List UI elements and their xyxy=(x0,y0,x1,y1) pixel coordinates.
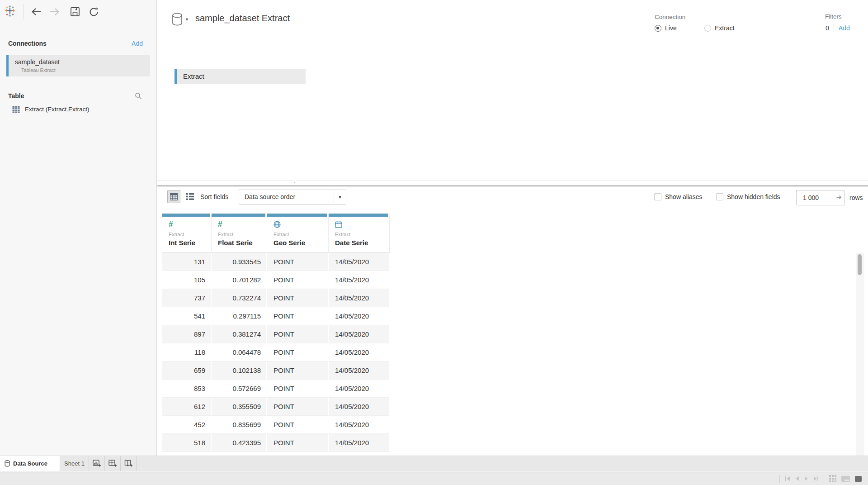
table-cell[interactable]: POINT xyxy=(267,398,329,416)
table-cell[interactable]: 14/05/2020 xyxy=(329,307,390,325)
table-row: 6590.102138POINT14/05/2020 xyxy=(162,361,390,380)
column-header-int-serie[interactable]: # Extract Int Serie xyxy=(162,214,212,253)
checkbox-icon[interactable] xyxy=(716,193,723,200)
vertical-scrollbar-track[interactable] xyxy=(856,253,864,456)
table-row: 1050.701282POINT14/05/2020 xyxy=(162,271,390,289)
filters-add-link[interactable]: Add xyxy=(839,24,850,32)
sheet-sorter-view-button[interactable] xyxy=(829,475,836,482)
first-sheet-button[interactable] xyxy=(785,476,790,481)
table-cell[interactable]: 541 xyxy=(162,307,212,325)
new-worksheet-button[interactable] xyxy=(89,456,105,471)
table-cell[interactable]: 118 xyxy=(162,343,212,361)
column-accent-strip xyxy=(267,214,327,217)
canvas-table-chip[interactable]: Extract xyxy=(175,69,306,84)
connection-item[interactable]: sample_dataset Tableau Extract xyxy=(6,55,150,76)
table-cell[interactable]: POINT xyxy=(267,361,329,380)
table-cell[interactable]: 518 xyxy=(162,434,212,452)
table-cell[interactable]: 14/05/2020 xyxy=(329,398,390,416)
table-cell[interactable]: 0.835699 xyxy=(212,416,267,434)
column-header-date-serie[interactable]: Extract Date Serie xyxy=(329,214,390,253)
refresh-button[interactable] xyxy=(87,5,100,18)
show-aliases-label: Show aliases xyxy=(665,193,703,200)
table-cell[interactable]: 0.355509 xyxy=(212,398,267,416)
tabs-view-button[interactable] xyxy=(855,476,862,482)
new-dashboard-button[interactable] xyxy=(105,456,121,471)
table-cell[interactable]: POINT xyxy=(267,343,329,361)
table-cell[interactable]: 612 xyxy=(162,398,212,416)
grid-view-button[interactable] xyxy=(167,190,180,203)
table-cell[interactable]: 0.064478 xyxy=(212,343,267,361)
new-dashboard-icon xyxy=(108,460,117,467)
table-cell[interactable]: 897 xyxy=(162,325,212,343)
radio-unselected-icon[interactable] xyxy=(704,25,711,32)
status-separator xyxy=(824,475,824,483)
table-cell[interactable]: POINT xyxy=(267,380,329,398)
dropdown-caret-box[interactable]: ▼ xyxy=(334,190,346,204)
table-cell[interactable]: 0.933545 xyxy=(212,253,267,271)
canvas-panel-divider[interactable] xyxy=(157,181,868,181)
table-cell[interactable]: POINT xyxy=(267,325,329,343)
table-cell[interactable]: 14/05/2020 xyxy=(329,325,390,343)
show-hidden-fields-checkbox[interactable]: Show hidden fields xyxy=(716,193,780,200)
table-cell[interactable]: POINT xyxy=(267,416,329,434)
table-cell[interactable]: 105 xyxy=(162,271,212,289)
table-header-row: # Extract Int Serie # Extract Float Seri… xyxy=(162,214,390,253)
tab-sheet1[interactable]: Sheet 1 xyxy=(60,456,89,471)
rows-apply-arrow-icon[interactable]: ➜ xyxy=(836,193,842,201)
table-cell[interactable]: 14/05/2020 xyxy=(329,253,390,271)
datasource-database-icon[interactable] xyxy=(171,13,183,28)
list-view-button[interactable] xyxy=(184,190,197,203)
datasource-menu-caret-icon[interactable]: ▼ xyxy=(185,17,189,22)
table-cell[interactable]: 659 xyxy=(162,361,212,380)
column-header-geo-serie[interactable]: Extract Geo Serie xyxy=(267,214,329,253)
table-cell[interactable]: POINT xyxy=(267,271,329,289)
table-body: 1310.933545POINT14/05/20201050.701282POI… xyxy=(162,253,390,456)
new-story-button[interactable] xyxy=(121,456,137,471)
table-cell[interactable]: 452 xyxy=(162,416,212,434)
table-cell[interactable]: 14/05/2020 xyxy=(329,289,390,307)
table-cell[interactable]: 0.701282 xyxy=(212,271,267,289)
table-cell[interactable]: 0.572669 xyxy=(212,380,267,398)
table-row: 8970.381274POINT14/05/2020 xyxy=(162,325,390,343)
sidebar-table-item[interactable]: Extract (Extract.Extract) xyxy=(0,105,156,116)
table-cell[interactable]: POINT xyxy=(267,307,329,325)
sort-order-dropdown[interactable]: Data source order ▼ xyxy=(239,190,346,204)
status-bar xyxy=(0,472,868,485)
table-cell[interactable]: 0.423395 xyxy=(212,434,267,452)
forward-button[interactable] xyxy=(48,5,61,18)
table-cell[interactable]: POINT xyxy=(267,253,329,271)
table-cell[interactable]: 14/05/2020 xyxy=(329,361,390,380)
table-cell[interactable]: 14/05/2020 xyxy=(329,343,390,361)
table-cell[interactable]: POINT xyxy=(267,434,329,452)
table-cell[interactable]: 0.297115 xyxy=(212,307,267,325)
table-cell[interactable]: 14/05/2020 xyxy=(329,434,390,452)
previous-sheet-button[interactable] xyxy=(795,476,799,481)
table-cell[interactable]: 853 xyxy=(162,380,212,398)
add-connection-link[interactable]: Add xyxy=(132,40,143,47)
table-cell[interactable]: 14/05/2020 xyxy=(329,416,390,434)
last-sheet-button[interactable] xyxy=(813,476,819,481)
table-cell[interactable]: 14/05/2020 xyxy=(329,271,390,289)
connection-extract-radio[interactable]: Extract xyxy=(704,24,735,32)
table-cell[interactable]: 737 xyxy=(162,289,212,307)
table-cell[interactable]: 131 xyxy=(162,253,212,271)
table-cell[interactable]: 0.732274 xyxy=(212,289,267,307)
connection-live-radio[interactable]: Live xyxy=(655,24,677,32)
number-field-icon: # xyxy=(169,220,173,228)
column-header-float-serie[interactable]: # Extract Float Serie xyxy=(212,214,267,253)
filmstrip-view-button[interactable] xyxy=(841,476,850,482)
table-cell[interactable]: 0.381274 xyxy=(212,325,267,343)
table-cell[interactable]: 0.102138 xyxy=(212,361,267,380)
tab-data-source[interactable]: Data Source xyxy=(0,456,60,471)
save-button[interactable] xyxy=(69,5,81,18)
search-icon[interactable] xyxy=(135,92,142,101)
table-cell[interactable]: 14/05/2020 xyxy=(329,380,390,398)
show-aliases-checkbox[interactable]: Show aliases xyxy=(654,193,703,200)
table-cell[interactable]: POINT xyxy=(267,289,329,307)
next-sheet-button[interactable] xyxy=(804,476,808,481)
back-button[interactable] xyxy=(30,5,42,18)
checkbox-icon[interactable] xyxy=(654,193,661,200)
toolbar-divider xyxy=(24,4,24,19)
radio-selected-icon[interactable] xyxy=(655,25,661,32)
vertical-scrollbar-thumb[interactable] xyxy=(858,254,862,275)
